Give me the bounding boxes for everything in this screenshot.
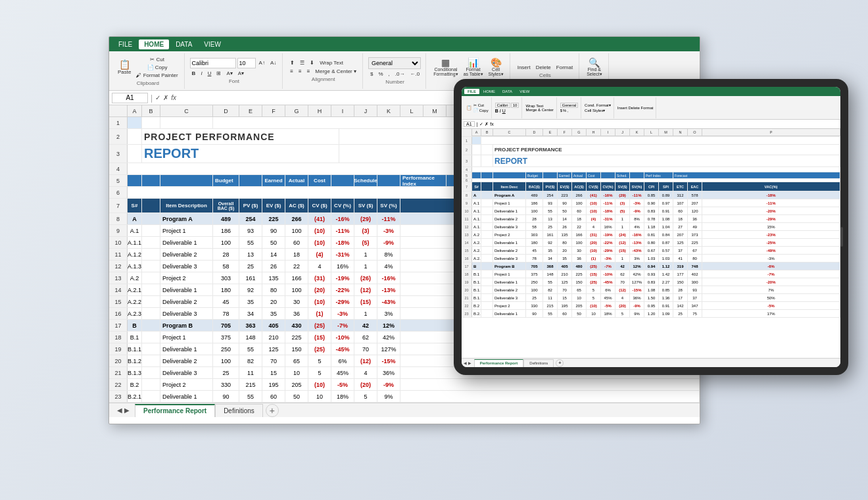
decimal-inc-button[interactable]: .0→ xyxy=(393,70,407,78)
t-table-row: 17 B Program B 705 368 405 480 (25) -7% … xyxy=(462,262,840,270)
cut-button[interactable]: ✂ Cut xyxy=(134,56,180,63)
col-header-h[interactable]: H xyxy=(308,105,331,116)
t-row-7: 7 S# Item Desc BAC($) PV($) EV($) AC($) … xyxy=(462,182,840,191)
decimal-dec-button[interactable]: ←.0 xyxy=(408,70,422,78)
t-add-sheet-button[interactable]: + xyxy=(556,359,564,367)
tablet-device: FILE HOME DATA VIEW 📋 ✂ Cut 📄 Copy Calib… xyxy=(454,79,848,375)
copy-button[interactable]: 📄 Copy xyxy=(134,64,180,71)
number-format-select[interactable]: General Number Currency xyxy=(368,57,421,69)
cell-styles-button[interactable]: 🎨 CellStyles▾ xyxy=(487,57,506,78)
tablet-formula-bar: A1 | ✓ ✗ fx xyxy=(462,120,840,129)
tab-data[interactable]: DATA xyxy=(170,39,197,49)
align-bottom-button[interactable]: ⬇ xyxy=(308,59,316,66)
t-font: Calibri 10 B I U xyxy=(493,97,523,118)
col-header-b[interactable]: B xyxy=(142,105,160,116)
tab-home[interactable]: HOME xyxy=(139,39,169,49)
ev-header: EV ($) xyxy=(262,199,285,213)
sheet-nav[interactable]: ◀ ▶ xyxy=(112,407,135,414)
col-header-l[interactable]: L xyxy=(400,105,423,116)
align-top-button[interactable]: ⬆ xyxy=(288,59,297,66)
col-s-header: S# xyxy=(128,199,142,213)
merge-center-button[interactable]: Merge & Center ▾ xyxy=(313,68,358,75)
col-header-e[interactable]: E xyxy=(239,105,262,116)
col-header-c[interactable]: C xyxy=(160,105,213,116)
col-header-f[interactable]: F xyxy=(262,105,285,116)
font-decrease-button[interactable]: A↓ xyxy=(268,59,278,66)
cell-b1[interactable] xyxy=(142,117,160,128)
t-tab-file[interactable]: FILE xyxy=(464,89,479,94)
comma-button[interactable]: , xyxy=(387,70,392,78)
format-painter-button[interactable]: 🖌 Format Painter xyxy=(134,72,180,79)
font-size-input[interactable] xyxy=(237,58,256,68)
tab-file[interactable]: FILE xyxy=(113,39,137,49)
fill-color-button[interactable]: A▾ xyxy=(224,70,234,77)
border-button[interactable]: ⊞ xyxy=(214,70,223,77)
tablet-ribbon-bar: 📋 ✂ Cut 📄 Copy Calibri 10 B I U xyxy=(462,96,840,120)
align-center-button[interactable]: ≡ xyxy=(297,68,304,75)
format-as-table-button[interactable]: 📊 Formatas Table▾ xyxy=(462,57,485,78)
number-group: General Number Currency $ % , .0→ ←.0 Nu… xyxy=(364,53,426,89)
align-left-button[interactable]: ≡ xyxy=(288,68,295,75)
wrap-text-button[interactable]: Wrap Text xyxy=(318,59,345,66)
font-group: A↑ A↓ B I U ⊞ A▾ A▾ Font xyxy=(186,53,283,89)
t-styles: Cond. Format▾ Cell Styles▾ xyxy=(582,97,614,118)
insert-button[interactable]: Insert xyxy=(516,64,533,71)
t-table-row: 11 A.1.2 Deliverable 2 28 13 14 18 (4) -… xyxy=(462,215,840,223)
percent-button[interactable]: % xyxy=(376,70,385,78)
search-icon: 🔍 xyxy=(589,58,600,67)
col-header-m[interactable]: M xyxy=(423,105,446,116)
font-increase-button[interactable]: A↑ xyxy=(257,59,267,66)
t-table-row: 12 A.1.3 Deliverable 3 58 25 26 22 4 16%… xyxy=(462,223,840,231)
sv-header: SV ($) xyxy=(354,199,377,213)
col-header-i[interactable]: I xyxy=(331,105,354,116)
t-tab-definitions[interactable]: Definitions xyxy=(523,359,554,367)
formula-crossmark[interactable]: ✗ xyxy=(163,94,168,101)
t-table-row: 13 A.2 Project 2 303 161 135 166 (31) -1… xyxy=(462,231,840,239)
t-row-2: 2 PROJECT PERFORMANCE xyxy=(462,145,840,155)
col-header-d[interactable]: D xyxy=(213,105,239,116)
bold-button[interactable]: B xyxy=(190,70,198,77)
cell-a1[interactable] xyxy=(128,117,142,128)
cell-subtitle[interactable]: REPORT xyxy=(142,145,339,162)
sheet-tab-definitions[interactable]: Definitions xyxy=(215,404,263,417)
format-button[interactable]: Format xyxy=(554,64,575,71)
formula-fx[interactable]: fx xyxy=(171,94,176,101)
name-box[interactable] xyxy=(112,93,148,103)
sheet-tab-performance-report[interactable]: Performance Report xyxy=(135,404,215,417)
currency-button[interactable]: $ xyxy=(368,70,375,78)
col-header-a[interactable]: A xyxy=(128,105,142,116)
t-table-row: 18 B.1 Project 1 375 148 210 225 (15) -1… xyxy=(462,270,840,278)
underline-button[interactable]: U xyxy=(206,70,214,77)
add-sheet-button[interactable]: + xyxy=(266,404,279,417)
tablet-sheet-tabs: ◀ ▶ Performance Report Definitions + xyxy=(462,358,840,367)
delete-button[interactable]: Delete xyxy=(534,64,553,71)
t-table-row: 22 B.2 Project 2 330 215 195 205 (10) -5… xyxy=(462,302,840,310)
align-middle-button[interactable]: ☰ xyxy=(298,59,306,66)
col-header-j[interactable]: J xyxy=(354,105,377,116)
formula-checkmark[interactable]: ✓ xyxy=(155,94,160,101)
cell-title[interactable]: PROJECT PERFORMANCE xyxy=(142,129,339,144)
tablet-power-button[interactable] xyxy=(840,227,843,247)
t-tab-home[interactable]: HOME xyxy=(480,89,498,94)
t-tab-performance-report[interactable]: Performance Report xyxy=(474,359,524,367)
cell-c1[interactable] xyxy=(160,117,213,128)
col-header-g[interactable]: G xyxy=(285,105,308,116)
t-table-row: 14 A.2.1 Deliverable 1 180 92 80 100 (20… xyxy=(462,239,840,247)
t-row-3: 3 REPORT xyxy=(462,155,840,167)
find-select-button[interactable]: 🔍 Find &Select▾ xyxy=(585,57,604,78)
actual-header: Actual xyxy=(285,175,308,186)
font-color-button[interactable]: A▾ xyxy=(236,70,246,77)
t-table-row: 19 B.1.1 Deliverable 1 250 55 125 150 (2… xyxy=(462,278,840,286)
item-desc-header: Item Description xyxy=(160,199,213,213)
align-right-button[interactable]: ≡ xyxy=(305,68,312,75)
t-tab-data[interactable]: DATA xyxy=(499,89,516,94)
col-header-k[interactable]: K xyxy=(377,105,400,116)
italic-button[interactable]: I xyxy=(199,70,204,77)
paste-button[interactable]: 📋 Paste xyxy=(116,59,133,76)
conditional-formatting-button[interactable]: ▦ ConditionalFormatting▾ xyxy=(431,57,460,78)
font-name-input[interactable] xyxy=(190,58,236,68)
tab-view[interactable]: VIEW xyxy=(199,39,226,49)
t-row-1: 1 xyxy=(462,137,840,145)
t-tab-view[interactable]: VIEW xyxy=(516,89,533,94)
sheet-tabs: ◀ ▶ Performance Report Definitions + xyxy=(109,403,700,417)
